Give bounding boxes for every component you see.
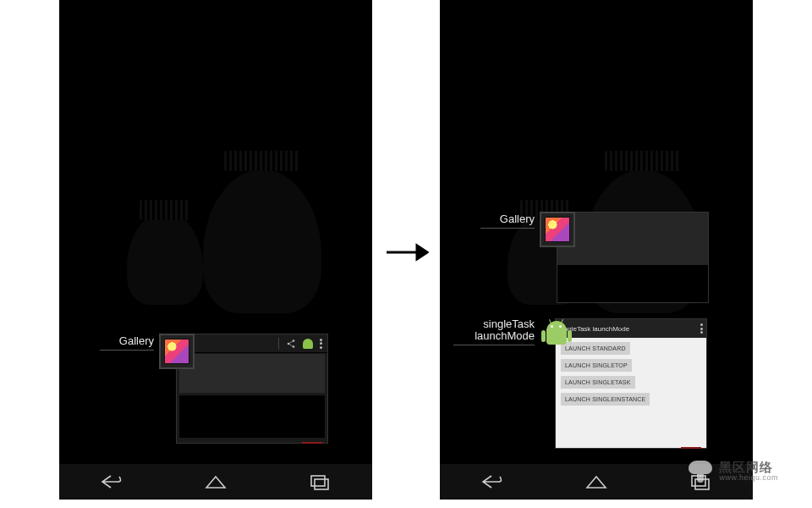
launch-singletask-button[interactable]: LAUNCH SINGLETASK	[561, 376, 635, 389]
share-icon[interactable]	[286, 339, 296, 349]
nav-home-button[interactable]	[584, 472, 609, 491]
navigation-bar	[59, 464, 372, 500]
gallery-icon	[540, 212, 575, 247]
task-thumbnail: singleTask launchMode LAUNCH STANDARD LA…	[555, 318, 707, 449]
task-title: singleTask launchMode	[467, 318, 535, 342]
gallery-actionbar	[177, 334, 327, 353]
svg-rect-5	[311, 476, 325, 486]
recent-task-gallery[interactable]: Gallery	[100, 334, 328, 444]
task-label: Gallery	[100, 335, 154, 351]
task-thumbnail	[176, 334, 328, 444]
svg-line-3	[289, 341, 293, 344]
nav-home-button[interactable]	[203, 472, 228, 491]
svg-point-1	[288, 342, 290, 345]
launch-singletop-button[interactable]: LAUNCH SINGLETOP	[561, 359, 632, 372]
navigation-bar	[440, 464, 753, 500]
task-title: Gallery	[119, 335, 154, 347]
divider-icon	[278, 338, 279, 350]
svg-point-0	[293, 340, 295, 342]
task-label: singleTask launchMode	[453, 318, 535, 345]
android-icon	[540, 318, 573, 352]
recent-task-gallery[interactable]: Gallery	[480, 212, 709, 303]
nav-back-button[interactable]	[99, 472, 124, 491]
svg-rect-6	[315, 479, 328, 489]
launch-singleinstance-button[interactable]: LAUNCH SINGLEINSTANCE	[561, 393, 650, 406]
phone-screenshot-before: Gallery	[59, 0, 372, 500]
task-label: Gallery	[480, 213, 535, 229]
task-title: Gallery	[500, 213, 535, 225]
svg-line-4	[289, 344, 293, 346]
transition-arrow-icon	[385, 242, 429, 262]
svg-point-2	[293, 345, 295, 348]
phone-screenshot-after: Gallery singleTask launchMode	[440, 0, 753, 500]
nav-recents-button[interactable]	[688, 472, 713, 491]
svg-rect-8	[692, 476, 705, 486]
recent-task-singletask[interactable]: singleTask launchMode singleTask launchM…	[453, 318, 707, 449]
task-thumbnail	[557, 212, 709, 303]
nav-recents-button[interactable]	[307, 472, 332, 491]
overflow-icon[interactable]	[700, 323, 703, 334]
gallery-icon	[159, 334, 195, 369]
nav-back-button[interactable]	[480, 472, 505, 491]
android-icon[interactable]	[303, 339, 313, 349]
svg-rect-9	[695, 479, 709, 489]
overflow-icon[interactable]	[320, 339, 322, 349]
app-actionbar: singleTask launchMode	[556, 319, 706, 338]
